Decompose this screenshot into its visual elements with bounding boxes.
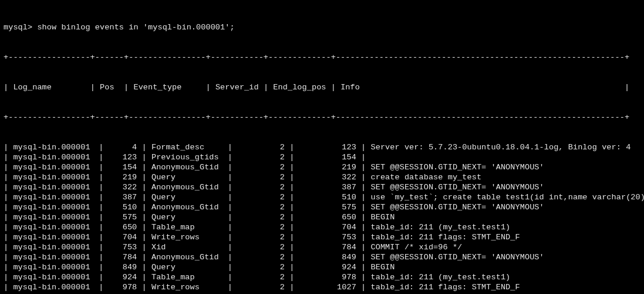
- cell-pos: 924: [109, 272, 137, 282]
- cell-log-name: mysql-bin.000001: [13, 192, 94, 202]
- cell-info: create database my_test: [370, 172, 644, 182]
- cell-event-type: Query: [151, 212, 223, 222]
- cell-event-type: Table_map: [151, 272, 223, 282]
- cell-info: SET @@SESSION.GTID_NEXT= 'ANONYMOUS': [370, 162, 644, 172]
- col-header-info: Info: [340, 83, 620, 92]
- table-row: | mysql-bin.000001 | 924 | Table_map | 2…: [4, 272, 640, 282]
- cell-log-name: mysql-bin.000001: [13, 232, 94, 242]
- cell-server-id: 2: [237, 232, 285, 242]
- cell-server-id: 2: [237, 202, 285, 212]
- cell-info: table_id: 211 flags: STMT_END_F: [370, 232, 644, 242]
- cell-log-name: mysql-bin.000001: [13, 252, 94, 262]
- cell-log-name: mysql-bin.000001: [13, 182, 94, 192]
- cell-end-log-pos: 510: [299, 192, 356, 202]
- cell-end-log-pos: 924: [299, 262, 356, 272]
- table-row: | mysql-bin.000001 | 849 | Query | 2 | 9…: [4, 262, 640, 272]
- cell-event-type: Previous_gtids: [151, 152, 223, 162]
- cell-pos: 322: [109, 182, 137, 192]
- table-row: | mysql-bin.000001 | 322 | Anonymous_Gti…: [4, 182, 640, 192]
- cell-server-id: 2: [237, 242, 285, 252]
- cell-end-log-pos: 753: [299, 232, 356, 242]
- col-header-end-log-pos: End_log_pos: [273, 83, 326, 92]
- cell-info: use `my_test`; create table test1(id int…: [370, 192, 644, 202]
- cell-info: BEGIN: [370, 212, 644, 222]
- table-row: | mysql-bin.000001 | 784 | Anonymous_Gti…: [4, 252, 640, 262]
- cell-info: Server ver: 5.7.23-0ubuntu0.18.04.1-log,…: [370, 142, 644, 152]
- cell-end-log-pos: 650: [299, 212, 356, 222]
- table-row: | mysql-bin.000001 | 753 | Xid | 2 | 784…: [4, 242, 640, 252]
- cell-server-id: 2: [237, 272, 285, 282]
- cell-log-name: mysql-bin.000001: [13, 262, 94, 272]
- cell-server-id: 2: [237, 262, 285, 272]
- cell-log-name: mysql-bin.000001: [13, 142, 94, 152]
- cell-info: table_id: 211 (my_test.test1): [370, 222, 644, 232]
- cell-event-type: Write_rows: [151, 282, 223, 292]
- cell-log-name: mysql-bin.000001: [13, 152, 94, 162]
- cell-pos: 219: [109, 172, 137, 182]
- cell-log-name: mysql-bin.000001: [13, 162, 94, 172]
- cell-info: table_id: 211 (my_test.test1): [370, 272, 644, 282]
- col-header-event-type: Event_type: [133, 83, 201, 92]
- cell-pos: 4: [109, 142, 137, 152]
- cell-event-type: Xid: [151, 242, 223, 252]
- cell-info: SET @@SESSION.GTID_NEXT= 'ANONYMOUS': [370, 252, 644, 262]
- cell-event-type: Query: [151, 262, 223, 272]
- sql-prompt-line: mysql> show binlog events in 'mysql-bin.…: [4, 22, 640, 32]
- table-row: | mysql-bin.000001 | 978 | Write_rows | …: [4, 282, 640, 292]
- col-header-log-name: Log_name: [13, 83, 85, 92]
- cell-event-type: Query: [151, 192, 223, 202]
- cell-server-id: 2: [237, 162, 285, 172]
- cell-info: BEGIN: [370, 262, 644, 272]
- cell-end-log-pos: 704: [299, 222, 356, 232]
- col-header-server-id: Server_id: [215, 83, 259, 92]
- cell-event-type: Format_desc: [151, 142, 223, 152]
- table-row: | mysql-bin.000001 | 575 | Query | 2 | 6…: [4, 212, 640, 222]
- cell-event-type: Write_rows: [151, 232, 223, 242]
- table-row: | mysql-bin.000001 | 650 | Table_map | 2…: [4, 222, 640, 232]
- table-row: | mysql-bin.000001 | 510 | Anonymous_Gti…: [4, 202, 640, 212]
- cell-log-name: mysql-bin.000001: [13, 222, 94, 232]
- table-header-row: | Log_name | Pos | Event_type | Server_i…: [4, 82, 640, 92]
- cell-end-log-pos: 978: [299, 272, 356, 282]
- cell-pos: 784: [109, 252, 137, 262]
- cell-pos: 704: [109, 232, 137, 242]
- cell-pos: 849: [109, 262, 137, 272]
- cell-end-log-pos: 219: [299, 162, 356, 172]
- cell-end-log-pos: 387: [299, 182, 356, 192]
- cell-log-name: mysql-bin.000001: [13, 242, 94, 252]
- table-row: | mysql-bin.000001 | 123 | Previous_gtid…: [4, 152, 640, 162]
- cell-event-type: Anonymous_Gtid: [151, 182, 223, 192]
- cell-log-name: mysql-bin.000001: [13, 172, 94, 182]
- cell-log-name: mysql-bin.000001: [13, 272, 94, 282]
- cell-end-log-pos: 784: [299, 242, 356, 252]
- cell-server-id: 2: [237, 182, 285, 192]
- cell-pos: 575: [109, 212, 137, 222]
- cell-server-id: 2: [237, 172, 285, 182]
- table-row: | mysql-bin.000001 | 704 | Write_rows | …: [4, 232, 640, 242]
- terminal-output: mysql> show binlog events in 'mysql-bin.…: [0, 0, 644, 294]
- col-header-pos: Pos: [100, 83, 119, 92]
- cell-server-id: 2: [237, 212, 285, 222]
- cell-end-log-pos: 575: [299, 202, 356, 212]
- cell-event-type: Query: [151, 172, 223, 182]
- cell-server-id: 2: [237, 222, 285, 232]
- cell-pos: 123: [109, 152, 137, 162]
- cell-log-name: mysql-bin.000001: [13, 212, 94, 222]
- table-row: | mysql-bin.000001 | 154 | Anonymous_Gti…: [4, 162, 640, 172]
- table-row: | mysql-bin.000001 | 4 | Format_desc | 2…: [4, 142, 640, 152]
- table-row: | mysql-bin.000001 | 219 | Query | 2 | 3…: [4, 172, 640, 182]
- cell-server-id: 2: [237, 192, 285, 202]
- cell-info: COMMIT /* xid=96 */: [370, 242, 644, 252]
- cell-event-type: Table_map: [151, 222, 223, 232]
- cell-server-id: 2: [237, 152, 285, 162]
- cell-event-type: Anonymous_Gtid: [151, 162, 223, 172]
- cell-log-name: mysql-bin.000001: [13, 202, 94, 212]
- cell-pos: 154: [109, 162, 137, 172]
- cell-end-log-pos: 322: [299, 172, 356, 182]
- cell-log-name: mysql-bin.000001: [13, 282, 94, 292]
- cell-info: table_id: 211 flags: STMT_END_F: [370, 282, 644, 292]
- cell-end-log-pos: 849: [299, 252, 356, 262]
- cell-end-log-pos: 1027: [299, 282, 356, 292]
- cell-pos: 753: [109, 242, 137, 252]
- table-row: | mysql-bin.000001 | 387 | Query | 2 | 5…: [4, 192, 640, 202]
